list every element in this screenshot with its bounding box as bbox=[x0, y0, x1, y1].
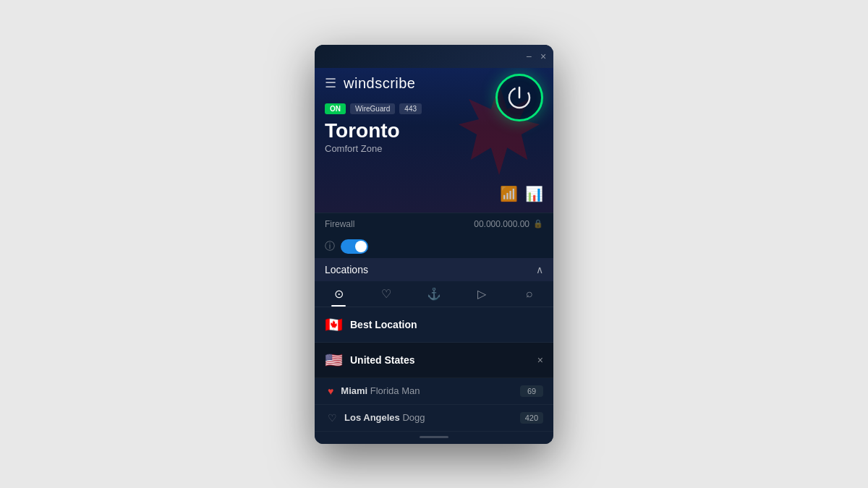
search-icon: ⌕ bbox=[526, 287, 533, 300]
minimize-button[interactable]: − bbox=[524, 52, 533, 61]
chevron-up-icon: ∧ bbox=[536, 264, 543, 275]
firewall-ip: 00.000.000.00 🔒 bbox=[474, 219, 543, 229]
best-location-name: Best Location bbox=[350, 319, 543, 330]
close-button[interactable]: × bbox=[539, 52, 548, 61]
city-label-la: Los Angeles Dogg bbox=[344, 412, 513, 423]
favorite-icon-miami[interactable]: ♥ bbox=[328, 385, 333, 397]
app-window: − × ☰ windscribe ON WireGuard bbox=[315, 45, 553, 444]
power-icon bbox=[506, 85, 532, 111]
firewall-bar: Firewall 00.000.000.00 🔒 bbox=[315, 213, 553, 235]
country-name-us: United States bbox=[350, 354, 530, 366]
tab-all[interactable]: ⊙ bbox=[315, 287, 362, 307]
country-close-icon[interactable]: × bbox=[537, 354, 543, 366]
toggle-row: ⓘ bbox=[315, 235, 553, 258]
title-bar: − × bbox=[315, 45, 553, 68]
favorites-icon: ♡ bbox=[381, 287, 391, 301]
ping-la: 420 bbox=[520, 412, 543, 424]
city-name: Toronto bbox=[325, 120, 543, 142]
favorite-icon-la[interactable]: ♡ bbox=[328, 412, 337, 424]
terminal-icon: ▷ bbox=[477, 287, 486, 301]
bottom-handle bbox=[315, 432, 553, 444]
tab-static[interactable]: ⚓ bbox=[410, 287, 458, 307]
best-location-flag: 🇨🇦 bbox=[325, 316, 343, 333]
handle-bar bbox=[420, 436, 448, 438]
ping-miami: 69 bbox=[520, 385, 543, 397]
us-flag: 🇺🇸 bbox=[325, 351, 343, 369]
anchor-icon: ⚓ bbox=[427, 287, 441, 301]
header-left: ☰ windscribe bbox=[325, 75, 415, 92]
toggle-knob bbox=[355, 241, 367, 252]
firewall-label: Firewall bbox=[325, 219, 354, 229]
city-row-losangeles[interactable]: ♡ Los Angeles Dogg 420 bbox=[315, 405, 553, 432]
port-badge: 443 bbox=[399, 103, 422, 114]
tab-favorites[interactable]: ♡ bbox=[362, 287, 410, 307]
toggle-switch[interactable] bbox=[341, 239, 368, 254]
city-label-miami: Miami Florida Man bbox=[341, 385, 513, 396]
tab-search[interactable]: ⌕ bbox=[506, 287, 553, 306]
country-row-us[interactable]: 🇺🇸 United States × bbox=[315, 343, 553, 378]
tab-bar: ⊙ ♡ ⚓ ▷ ⌕ bbox=[315, 281, 553, 307]
wifi-icon: 📶 bbox=[500, 185, 518, 202]
best-location-row[interactable]: 🇨🇦 Best Location bbox=[315, 307, 553, 343]
lock-icon: 🔒 bbox=[533, 219, 543, 228]
locations-header[interactable]: Locations ∧ bbox=[315, 258, 553, 281]
hero-section: ☰ windscribe ON WireGuard 443 Toronto Co… bbox=[315, 68, 553, 213]
city-row-miami[interactable]: ♥ Miami Florida Man 69 bbox=[315, 378, 553, 405]
on-badge: ON bbox=[325, 103, 346, 114]
locations-title: Locations bbox=[325, 264, 368, 275]
tab-config[interactable]: ▷ bbox=[458, 287, 506, 307]
protocol-badge: WireGuard bbox=[350, 103, 395, 114]
brand-name: windscribe bbox=[344, 75, 415, 92]
power-button[interactable] bbox=[495, 74, 543, 121]
menu-icon[interactable]: ☰ bbox=[325, 75, 336, 91]
signal-icons: 📶 📊 bbox=[500, 185, 543, 202]
info-icon[interactable]: ⓘ bbox=[325, 240, 335, 253]
server-name: Comfort Zone bbox=[325, 143, 543, 154]
all-locations-icon: ⊙ bbox=[334, 287, 344, 301]
location-list: 🇨🇦 Best Location 🇺🇸 United States × ♥ Mi… bbox=[315, 307, 553, 432]
signal-bars-icon: 📊 bbox=[525, 185, 543, 202]
